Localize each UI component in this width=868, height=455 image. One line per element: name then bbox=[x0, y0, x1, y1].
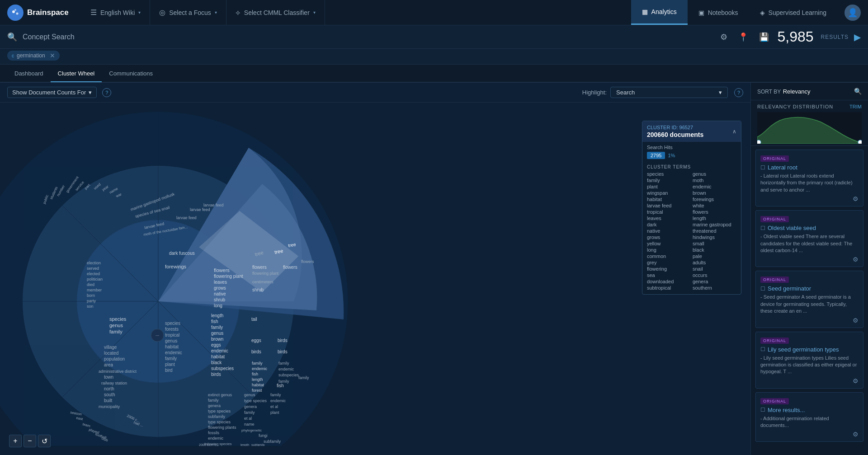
filter-close-btn[interactable]: ✕ bbox=[50, 52, 55, 59]
svg-text:elected: elected bbox=[87, 272, 100, 276]
svg-text:eggs: eggs bbox=[211, 342, 221, 347]
nav-focus[interactable]: ◎ Select a Focus ▾ bbox=[150, 0, 226, 25]
right-panel: SORT BY Relevancy 🔍 RELEVANCY DISTRIBUTI… bbox=[750, 83, 868, 455]
svg-text:type species: type species bbox=[244, 399, 267, 403]
result-card: ORIGINAL ☐ Oldest viable seed - Oldest v… bbox=[755, 210, 863, 267]
result-action-btn[interactable]: ⚙ bbox=[853, 256, 859, 263]
user-avatar[interactable]: 👤 bbox=[844, 5, 861, 21]
nav-classifier[interactable]: ⟡ Select CMML Classifier ▾ bbox=[226, 0, 325, 25]
svg-text:brown: brown bbox=[211, 337, 223, 342]
relevancy-section: RELEVANCY DISTRIBUTION TRIM bbox=[751, 100, 868, 146]
svg-text:village: village bbox=[104, 345, 117, 350]
highlight-select[interactable]: Search ▾ bbox=[610, 87, 728, 98]
zoom-out-button[interactable]: − bbox=[24, 435, 36, 447]
zoom-in-button[interactable]: + bbox=[9, 435, 22, 447]
tabs-row: Dashboard Cluster Wheel Communications bbox=[0, 65, 868, 83]
nav-tab-supervised[interactable]: ◈ Supervised Learning bbox=[749, 0, 837, 25]
svg-text:plant: plant bbox=[165, 362, 175, 367]
highlight-help-button[interactable]: ? bbox=[734, 88, 743, 97]
svg-text:length: length bbox=[252, 377, 263, 382]
cluster-term: genus bbox=[693, 171, 736, 177]
result-action-btn[interactable]: ⚙ bbox=[853, 377, 859, 385]
svg-text:flowering plants: flowering plants bbox=[208, 425, 236, 430]
svg-text:genus: genus bbox=[244, 393, 255, 397]
cluster-term: subtropical bbox=[647, 285, 691, 291]
highlight-chevron: ▾ bbox=[719, 89, 722, 96]
cluster-collapse-btn[interactable]: ∧ bbox=[732, 128, 736, 135]
svg-text:son: son bbox=[87, 304, 94, 309]
result-action-btn[interactable]: ⚙ bbox=[853, 431, 859, 438]
search-tools: ⚙ 📍 💾 bbox=[717, 29, 772, 45]
analytics-label: Analytics bbox=[651, 8, 677, 15]
svg-text:fish: fish bbox=[277, 383, 284, 388]
svg-text:···: ··· bbox=[156, 333, 159, 338]
document-icon: ☐ bbox=[760, 346, 765, 352]
svg-point-2 bbox=[16, 12, 19, 14]
relevancy-title: RELEVANCY DISTRIBUTION bbox=[757, 104, 833, 109]
cluster-term: yellow bbox=[647, 241, 691, 246]
doc-count-chevron: ▾ bbox=[89, 89, 92, 96]
svg-text:habitat: habitat bbox=[252, 383, 264, 387]
result-nav-arrow[interactable]: ▶ bbox=[854, 32, 861, 42]
svg-text:habitat: habitat bbox=[165, 344, 179, 349]
tab-dashboard[interactable]: Dashboard bbox=[7, 65, 51, 82]
svg-text:et al: et al bbox=[244, 416, 252, 421]
pin-icon-btn[interactable]: 📍 bbox=[736, 29, 751, 45]
result-title: ☐ Lateral root bbox=[760, 164, 859, 171]
result-action-btn[interactable]: ⚙ bbox=[853, 317, 859, 324]
svg-text:extinct genus: extinct genus bbox=[208, 393, 232, 397]
zoom-reset-button[interactable]: ↺ bbox=[38, 435, 51, 447]
svg-text:2006 iucn re...: 2006 iucn re... bbox=[199, 443, 219, 446]
svg-text:family: family bbox=[109, 329, 123, 334]
wheel-area: tree tree tree flowers flowering plant l… bbox=[0, 103, 750, 455]
relevancy-header: RELEVANCY DISTRIBUTION TRIM bbox=[757, 104, 862, 109]
tab-cluster-wheel[interactable]: Cluster Wheel bbox=[51, 65, 102, 82]
filter-icon-btn[interactable]: ⚙ bbox=[717, 29, 730, 45]
cluster-term: pale bbox=[693, 253, 736, 259]
cluster-term: plant bbox=[647, 184, 691, 189]
doc-count-select[interactable]: Show Document Counts For ▾ bbox=[7, 87, 97, 98]
svg-text:leaves: leaves bbox=[214, 280, 227, 285]
supervised-icon: ◈ bbox=[760, 9, 765, 16]
svg-text:endemic: endemic bbox=[270, 399, 286, 403]
svg-text:subspecies: subspecies bbox=[211, 366, 234, 371]
result-desc: - Seed germinator A seed germinator is a… bbox=[760, 294, 859, 314]
nav-tab-analytics[interactable]: ▦ Analytics bbox=[631, 0, 688, 25]
cluster-term: dark bbox=[647, 222, 691, 227]
svg-text:species: species bbox=[165, 321, 180, 326]
result-action-btn[interactable]: ⚙ bbox=[853, 195, 859, 202]
save-icon-btn[interactable]: 💾 bbox=[756, 29, 772, 45]
svg-text:family: family bbox=[278, 379, 289, 384]
tab-communications[interactable]: Communications bbox=[102, 65, 160, 82]
focus-label: Select a Focus bbox=[169, 9, 211, 16]
cluster-term: small bbox=[693, 241, 736, 246]
svg-text:centimeters: centimeters bbox=[252, 280, 274, 284]
main-layout: Show Document Counts For ▾ ? Highlight: … bbox=[0, 83, 868, 455]
svg-text:family: family bbox=[165, 356, 177, 361]
sort-search-icon[interactable]: 🔍 bbox=[854, 88, 862, 95]
cluster-terms-grid: speciesgenusfamilymothplantendemicwingsp… bbox=[642, 171, 741, 294]
svg-text:plant: plant bbox=[270, 410, 279, 415]
result-title: ☐ Lily seed germination types bbox=[760, 346, 859, 353]
focus-chevron: ▾ bbox=[215, 10, 217, 15]
svg-text:flowers: flowers bbox=[283, 265, 297, 270]
cluster-wheel-svg[interactable]: tree tree tree flowers flowering plant l… bbox=[0, 103, 443, 446]
cluster-term: genera bbox=[693, 279, 736, 284]
svg-text:name: name bbox=[244, 422, 255, 427]
help-button[interactable]: ? bbox=[102, 88, 111, 97]
notebooks-label: Notebooks bbox=[708, 9, 738, 16]
focus-icon: ◎ bbox=[159, 8, 165, 17]
svg-point-3 bbox=[14, 9, 16, 11]
svg-text:family: family bbox=[270, 393, 281, 397]
cluster-term: white bbox=[693, 203, 736, 208]
trim-button[interactable]: TRIM bbox=[849, 104, 862, 109]
svg-text:dark fuscous: dark fuscous bbox=[169, 251, 195, 256]
nav-dataset[interactable]: ☰ English Wiki ▾ bbox=[81, 0, 150, 25]
svg-text:genus: genus bbox=[109, 323, 123, 328]
svg-text:genus: genus bbox=[165, 338, 177, 343]
top-nav: Brainspace ☰ English Wiki ▾ ◎ Select a F… bbox=[0, 0, 868, 25]
cluster-term: grows bbox=[647, 235, 691, 240]
results-list: ORIGINAL ☐ Lateral root - Lateral root L… bbox=[751, 146, 868, 455]
cluster-terms-label: CLUSTER TERMS bbox=[642, 162, 741, 171]
nav-tab-notebooks[interactable]: ▣ Notebooks bbox=[688, 0, 749, 25]
